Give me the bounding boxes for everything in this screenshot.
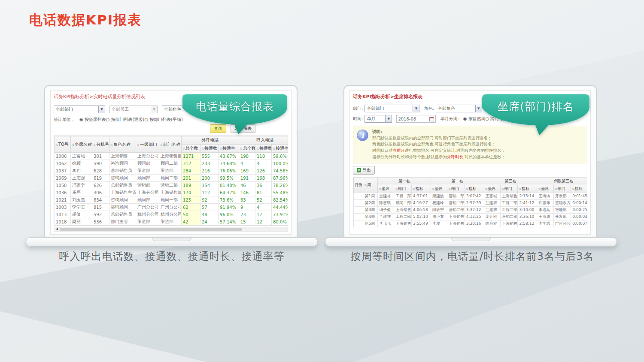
cell: 91.94%	[219, 204, 239, 211]
column-header[interactable]: ⇅接通率	[272, 145, 289, 153]
column-header[interactable]: ⇅坐席名称	[71, 136, 92, 153]
column-header[interactable]: ⇅周	[363, 177, 378, 193]
cell: 36	[255, 182, 272, 189]
cell: 李学志	[71, 204, 92, 211]
dept-cell: 上海销售	[500, 193, 517, 199]
first-page-button[interactable]: 首页	[54, 234, 71, 235]
metric-cell: 4:16:27	[411, 199, 431, 206]
prev-page-button[interactable]: 上一页	[73, 234, 95, 235]
stat-unit-radio[interactable]: ◉按坐席列表	[79, 117, 106, 123]
column-header[interactable]: ⇅部门	[500, 185, 517, 193]
sort-icon: ⇅	[432, 187, 434, 191]
column-header[interactable]: ▽总个数	[182, 145, 200, 153]
info-segment: ,时长的基本单位是秒；	[463, 154, 505, 159]
sort-icon: ⇅	[137, 143, 140, 147]
column-header[interactable]: ⇅一级部门	[136, 136, 159, 153]
sort-icon: ⇅	[201, 147, 204, 151]
column-header[interactable]: ⇅坐席	[484, 185, 500, 193]
column-header[interactable]: ⇅坐席	[537, 185, 553, 193]
dept-select[interactable]: 全部部门 ▼	[54, 106, 105, 113]
metric-cell: 5:02:10	[411, 213, 431, 220]
cell: 169	[239, 167, 255, 175]
agent-cell: 李飞飞	[378, 220, 394, 227]
export-button[interactable]: X 导出	[353, 166, 375, 175]
column-header-label: 接通率	[276, 146, 288, 151]
cell: 146	[239, 189, 255, 196]
sort-icon: ⇅	[395, 187, 398, 191]
agent-cell: 李迅兵	[537, 206, 553, 213]
metric-cell: 4:06:58	[411, 206, 431, 213]
cell: 1058	[55, 182, 71, 189]
dept-cell: 营销二部	[447, 206, 465, 213]
column-header[interactable]: ⇅指标	[411, 185, 431, 193]
month-picker[interactable]: 2016-08	[396, 115, 436, 123]
column-header[interactable]: ⇅接通率	[219, 145, 239, 153]
column-header[interactable]: ⇅部门名称	[159, 136, 182, 153]
cell: 619	[92, 175, 109, 182]
chevron-down-icon: ▼	[475, 105, 482, 112]
metric-cell: 3:30:16	[465, 220, 484, 227]
scroll-left-icon[interactable]: ◀	[55, 227, 59, 231]
cell: 4	[239, 160, 255, 167]
cell: 广州分公司	[136, 204, 159, 211]
column-header[interactable]: ⇅总个数	[239, 145, 255, 153]
role-select-value: 全部角色	[438, 106, 455, 112]
column-header[interactable]: ⇅部门	[394, 185, 411, 193]
column-header[interactable]: ⇅坐席	[431, 185, 447, 193]
stat-unit-radio[interactable]: ○按部门列表(平铺)	[144, 117, 183, 123]
column-header-label: 坐席	[488, 187, 496, 191]
cell: 总部销售员	[109, 167, 136, 175]
cell: 17	[255, 211, 272, 218]
agent-cell: 兰建祥	[484, 199, 500, 206]
column-header[interactable]: ⇅部门	[553, 185, 571, 193]
agent-cell: 兰建祥	[378, 213, 394, 220]
column-header[interactable]: ⇅角色名称	[109, 136, 136, 153]
column-header[interactable]: ⇅部门	[447, 185, 465, 193]
cell: 1003	[55, 204, 71, 211]
stat-unit-radio[interactable]: ○按部门列表(逐级)	[106, 117, 145, 123]
metric-cell: 2:15:14	[518, 193, 537, 199]
dept-cell: 开发部	[553, 193, 571, 199]
cell: 76.06%	[219, 167, 239, 175]
dept-select[interactable]: 全部部门 ▼	[365, 105, 419, 112]
info-line: 时间默认对当前月进行数据排名,可自定义统计,时间段内坐席的排序排名；	[372, 148, 505, 154]
week-cell: 第1周	[363, 193, 378, 199]
column-header[interactable]: ⇅指标	[465, 185, 484, 193]
table-row: 第5周李飞飞上海销售3:55:49李攻上海销售3:30:16陈启程上海销售2:5…	[354, 220, 588, 227]
cell: 乐严	[71, 189, 92, 196]
column-header[interactable]: ⇅指标	[571, 185, 587, 193]
cell: 1271	[182, 153, 200, 160]
cell: 48	[200, 211, 219, 218]
column-header[interactable]: 月份	[354, 177, 363, 193]
sort-icon: ⇅	[160, 143, 163, 147]
column-header[interactable]: ⇅TQ号	[55, 136, 71, 153]
column-header[interactable]: ⇅指标	[518, 185, 537, 193]
horizontal-scrollbar[interactable]: ◀	[54, 227, 288, 232]
last-page-button[interactable]: 尾页	[122, 234, 139, 235]
role-select[interactable]: 全部角色 ▼	[436, 105, 482, 112]
radio-on-icon: ◉	[463, 117, 467, 121]
time-select[interactable]: 单月 ▼	[365, 115, 392, 123]
column-header[interactable]: ⇅坐席	[378, 185, 394, 193]
column-header[interactable]: ⇅分机号	[92, 136, 109, 153]
employee-select[interactable]: 全部员工 ▼	[109, 106, 158, 113]
metric-cell: 0:01:45	[571, 193, 587, 199]
chevron-down-icon: ▼	[98, 106, 105, 113]
cell: 24	[200, 218, 219, 226]
metric-cell: 3:37:12	[465, 206, 484, 213]
month-cell	[354, 199, 363, 206]
cell: 营销部	[136, 182, 159, 189]
scrollbar-thumb[interactable]	[60, 228, 242, 231]
metric-cell: 2:41:12	[518, 199, 537, 206]
column-header[interactable]: ⇅接通数	[200, 145, 219, 153]
column-header[interactable]: ⇅接通数	[255, 145, 272, 153]
metric-cell: 4:37:01	[411, 193, 431, 199]
sort-icon: ⇅	[93, 143, 96, 147]
cell: 1018	[55, 218, 71, 226]
sort-icon: ⇅	[413, 187, 415, 191]
laptop-notch	[451, 238, 491, 241]
info-icon: i	[357, 130, 368, 141]
next-page-button[interactable]: 下一页	[97, 234, 119, 235]
cell: 1036	[55, 189, 71, 196]
sort-icon: ⇅	[55, 143, 58, 147]
